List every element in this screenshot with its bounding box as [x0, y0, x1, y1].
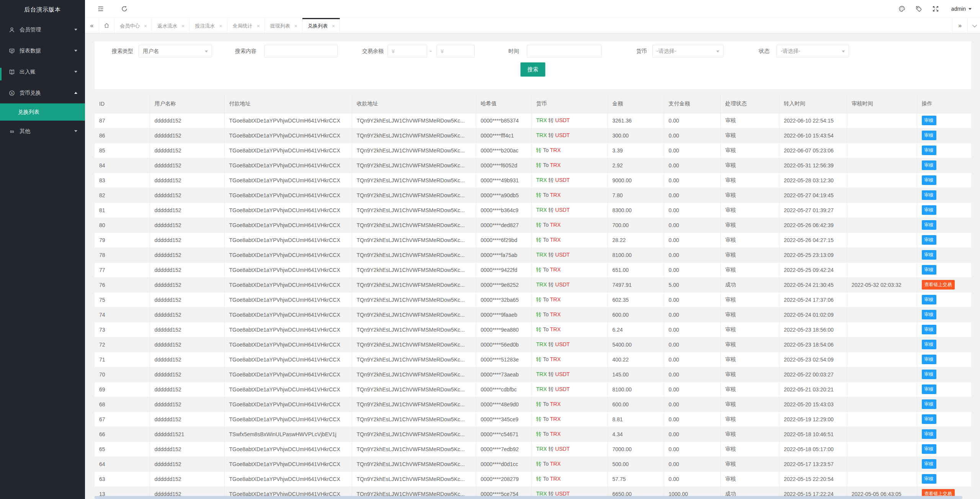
currency-part: TRX [536, 386, 547, 392]
currency-select[interactable]: -请选择- [652, 45, 724, 57]
tab-close-icon[interactable]: × [144, 23, 147, 29]
cell-currency: 转 To TRX [531, 232, 608, 247]
audit-button[interactable]: 审核 [922, 160, 936, 170]
cell-id: 74 [95, 307, 150, 322]
sidebar-item-member-management[interactable]: 会员管理 [0, 19, 85, 40]
audit-button[interactable]: 审核 [922, 220, 936, 230]
tab-close-icon[interactable]: × [294, 23, 297, 29]
tab-item-4[interactable]: 全局统计× [227, 18, 265, 33]
tab-item-5[interactable]: 提现列表× [265, 18, 302, 33]
table-row: 74dddddd152TGoe8abtXDe1aYPVhjwDCUmH641VH… [95, 307, 971, 322]
balance-max-input[interactable] [436, 45, 475, 57]
tab-item-1[interactable]: 会员中心× [114, 18, 152, 33]
view-chain-tx-button[interactable]: 查看链上交易 [922, 280, 955, 290]
cell-collect-address: TQn9Y2khEsLJW1ChVWFMSMeRDow5Kc... [352, 277, 476, 292]
sidebar-item-label: 货币兑换 [20, 90, 41, 97]
cell-currency: TRX 转 USDT [531, 173, 608, 188]
currency-part: To [542, 267, 550, 273]
audit-button[interactable]: 审核 [922, 459, 936, 469]
cell-transfer-time: 2022-06-10 15:43:54 [779, 128, 847, 143]
currency-part: TRX [536, 132, 547, 138]
sidebar-item-report-data[interactable]: 报表数据 [0, 40, 85, 61]
audit-button[interactable]: 审核 [922, 474, 936, 484]
search-content-input[interactable] [264, 45, 338, 57]
tabs-back-button[interactable]: « [85, 18, 99, 33]
time-input[interactable] [527, 45, 602, 57]
cell-username: dddddd152 [150, 292, 224, 307]
currency-part: 转 [536, 356, 542, 362]
audit-button[interactable]: 审核 [922, 205, 936, 215]
sidebar-item-other[interactable]: ∞其他 [0, 121, 85, 142]
fullscreen-icon[interactable] [931, 5, 940, 13]
audit-button[interactable]: 审核 [922, 250, 936, 260]
cell-status: 审核 [720, 128, 779, 143]
audit-button[interactable]: 审核 [922, 310, 936, 319]
column-header: 用户名称 [150, 95, 224, 113]
search-button[interactable]: 搜索 [521, 62, 546, 77]
audit-button[interactable]: 审核 [922, 355, 936, 364]
audit-button[interactable]: 审核 [922, 370, 936, 379]
tab-item-2[interactable]: 返水流水× [152, 18, 189, 33]
cell-username: dddddd152 [150, 247, 224, 262]
currency-part: To [542, 162, 550, 168]
audit-button[interactable]: 审核 [922, 444, 936, 454]
tab-label: 全局统计 [233, 23, 253, 29]
audit-button[interactable]: 审核 [922, 146, 936, 155]
tab-close-icon[interactable]: × [219, 23, 222, 29]
audit-button[interactable]: 审核 [922, 325, 936, 334]
cell-audit-time: 2022-05-32 02:03:32 [847, 277, 917, 292]
balance-min-input[interactable] [387, 45, 427, 57]
currency-part: 转 [536, 237, 542, 243]
tab-bar-right: » [952, 18, 980, 33]
audit-button[interactable]: 审核 [922, 235, 936, 245]
audit-button[interactable]: 审核 [922, 265, 936, 275]
tabs-forward-button[interactable]: » [952, 18, 967, 33]
sidebar-subitem-exchange-list[interactable]: 兑换列表 [0, 103, 85, 121]
tab-close-icon[interactable]: × [332, 23, 335, 29]
tag-icon[interactable] [915, 5, 923, 13]
cell-username: dddddd152 [150, 143, 224, 158]
cell-id: 71 [95, 352, 150, 367]
audit-button[interactable]: 审核 [922, 340, 936, 349]
search-type-select[interactable]: 用户名 [139, 45, 212, 57]
cell-hash: 0000****fa75ab [476, 247, 531, 262]
audit-button[interactable]: 审核 [922, 116, 936, 125]
cell-hash: 0000****fff4c1 [476, 128, 531, 143]
audit-button[interactable]: 审核 [922, 175, 936, 185]
tab-close-icon[interactable]: × [181, 23, 185, 29]
currency-part: TRX [550, 401, 561, 407]
sidebar-scrollbar-thumb[interactable] [0, 68, 2, 80]
audit-button[interactable]: 审核 [922, 399, 936, 409]
audit-button[interactable]: 审核 [922, 384, 936, 394]
cell-transfer-time: 2022-05-25 23:13:09 [779, 247, 847, 262]
cell-id: 68 [95, 397, 150, 412]
sidebar-item-currency-exchange[interactable]: $货币兑换 [0, 82, 85, 103]
cell-collect-address: TQn9Y2khEsLJW1ChVWFMSMeRDow5Kc... [352, 412, 476, 427]
audit-button[interactable]: 审核 [922, 131, 936, 140]
currency-part: TRX [536, 252, 547, 258]
cell-amount: 8100.00 [608, 382, 664, 397]
sidebar-item-in-out-account[interactable]: 出入账 [0, 61, 85, 82]
audit-button[interactable]: 审核 [922, 429, 936, 439]
home-tab-icon[interactable] [99, 18, 114, 33]
audit-button[interactable]: 审核 [922, 295, 936, 304]
cell-status: 审核 [720, 456, 779, 471]
status-select[interactable]: -请选择- [776, 45, 849, 57]
audit-button[interactable]: 审核 [922, 190, 936, 200]
palette-icon[interactable] [898, 5, 906, 13]
refresh-icon[interactable] [120, 5, 129, 13]
tab-label: 兑换列表 [308, 23, 328, 29]
audit-button[interactable]: 审核 [922, 414, 936, 424]
table-row: 84dddddd152TGoe8abtXDe1aYPVhjwDCUmH641VH… [95, 158, 971, 173]
tab-close-icon[interactable]: × [257, 23, 260, 29]
cell-id: 66 [95, 427, 150, 442]
horizontal-scrollbar-thumb[interactable] [95, 496, 962, 499]
cell-audit-time [847, 113, 917, 128]
user-menu[interactable]: admin [951, 6, 975, 12]
currency-part: To [542, 311, 550, 317]
tab-item-6[interactable]: 兑换列表× [302, 18, 340, 33]
tabs-menu-button[interactable] [967, 18, 980, 33]
collapse-menu-icon[interactable] [96, 5, 105, 13]
book-icon [8, 69, 15, 75]
tab-item-3[interactable]: 投注流水× [189, 18, 227, 33]
